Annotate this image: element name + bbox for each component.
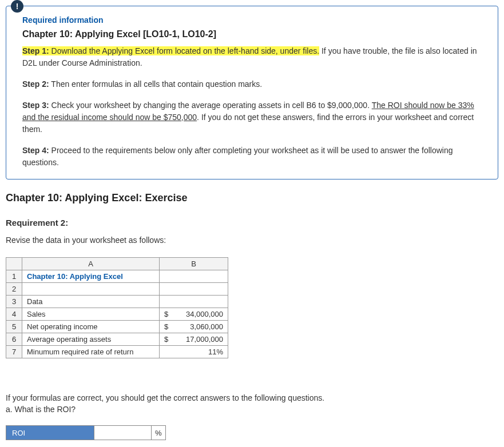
table-row: 4 Sales $34,000,000 (6, 308, 228, 321)
row-number: 4 (6, 308, 22, 321)
step-3: Step 3: Check your worksheet by changing… (22, 99, 482, 135)
row-number: 2 (6, 283, 22, 296)
table-row: 5 Net operating income $3,060,000 (6, 321, 228, 333)
cell-b7: 11% (160, 346, 228, 358)
cell-a3: Data (22, 296, 160, 308)
cell-a7: Minumum required rate of return (22, 346, 160, 358)
cell-a4: Sales (22, 308, 160, 321)
step-1-highlight: Download the Applying Excel form located… (49, 46, 319, 55)
chapter-title: Chapter 10: Applying Excel [LO10-1, LO10… (22, 29, 482, 39)
cell-b2 (160, 283, 228, 296)
currency-symbol: $ (164, 322, 168, 331)
cell-a5: Net operating income (22, 321, 160, 333)
col-header-a: A (22, 258, 160, 270)
worksheet-table: A B 1 Chapter 10: Applying Excel 2 3 Dat… (6, 257, 228, 358)
step-2-text: Then enter formulas in all cells that co… (49, 79, 262, 89)
roi-label: ROI (6, 425, 94, 440)
cell-b5: $3,060,000 (160, 321, 228, 333)
exercise-heading: Chapter 10: Applying Excel: Exercise (6, 192, 498, 204)
roi-input[interactable] (94, 425, 152, 440)
required-information-label: Required information (22, 15, 482, 25)
step-2-label: Step 2: (22, 79, 49, 89)
step-3-text-a: Check your worksheet by changing the ave… (49, 101, 372, 110)
row-number: 1 (6, 270, 22, 283)
cell-b1 (160, 270, 228, 283)
currency-symbol: $ (164, 310, 168, 318)
table-row: 6 Average operating assets $17,000,000 (6, 333, 228, 346)
percent-unit: % (152, 425, 166, 440)
revise-instruction: Revise the data in your worksheet as fol… (6, 236, 498, 245)
cell-value: 34,000,000 (186, 310, 223, 318)
table-row: 7 Minumum required rate of return 11% (6, 346, 228, 358)
cell-a1: Chapter 10: Applying Excel (22, 270, 160, 283)
cell-b4: $34,000,000 (160, 308, 228, 321)
row-number: 6 (6, 333, 22, 346)
table-row: 3 Data (6, 296, 228, 308)
required-information-box: ! Required information Chapter 10: Apply… (6, 6, 498, 179)
row-number: 3 (6, 296, 22, 308)
step-3-label: Step 3: (22, 101, 49, 110)
table-row: 1 Chapter 10: Applying Excel (6, 270, 228, 283)
question-a: a. What is the ROI? (6, 405, 76, 414)
step-2: Step 2: Then enter formulas in all cells… (22, 78, 482, 90)
table-corner (6, 258, 22, 270)
cell-a2 (22, 283, 160, 296)
requirement-label: Requirement 2: (6, 218, 498, 228)
cell-value: 3,060,000 (190, 322, 223, 331)
cell-b6: $17,000,000 (160, 333, 228, 346)
step-1: Step 1: Download the Applying Excel form… (22, 45, 482, 69)
step-4-label: Step 4: (22, 146, 49, 155)
col-header-b: B (160, 258, 228, 270)
cell-a6: Average operating assets (22, 333, 160, 346)
step-1-label: Step 1: (22, 46, 49, 55)
cell-value: 17,000,000 (186, 335, 223, 344)
row-number: 7 (6, 346, 22, 358)
info-icon: ! (11, 0, 23, 13)
cell-b3 (160, 296, 228, 308)
step-4: Step 4: Proceed to the requirements belo… (22, 145, 482, 169)
question-block: If your formulas are correct, you should… (6, 393, 498, 415)
step-4-text: Proceed to the requirements below only a… (22, 146, 453, 167)
row-number: 5 (6, 321, 22, 333)
currency-symbol: $ (164, 335, 168, 344)
table-row: 2 (6, 283, 228, 296)
answer-row: ROI % (6, 425, 498, 440)
question-intro: If your formulas are correct, you should… (6, 393, 324, 402)
